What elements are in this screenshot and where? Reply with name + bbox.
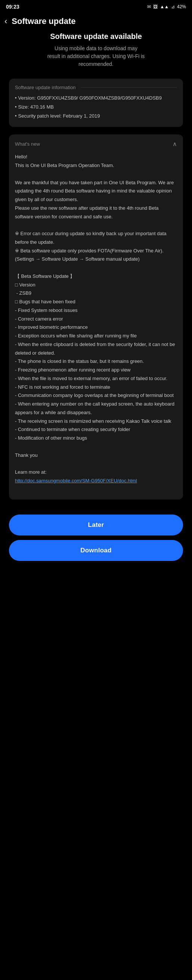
update-header: Software update available Using mobile d… <box>9 32 183 68</box>
page-title: Software update <box>12 16 76 26</box>
learn-more-link[interactable]: http://doc.samsungmobile.com/SM-G950F/XE… <box>15 478 137 484</box>
version-item: • Version: G950FXXU4ZSB9/ G950FOXM4ZSB9/… <box>15 94 177 102</box>
status-bar: 09:23 ✉ 🖼 ▲▲ ⊿ 42% <box>0 0 192 13</box>
back-icon[interactable]: ‹ <box>5 16 7 26</box>
update-title: Software update available <box>9 32 183 41</box>
main-content: Software update available Using mobile d… <box>0 32 192 500</box>
button-area: Later Download <box>0 509 192 573</box>
download-button[interactable]: Download <box>9 540 183 561</box>
status-icons: ✉ 🖼 ▲▲ ⊿ 42% <box>147 4 186 10</box>
wifi-icon: ⊿ <box>171 4 175 10</box>
status-time: 09:23 <box>6 4 19 10</box>
gallery-icon: 🖼 <box>153 4 157 10</box>
whats-new-card: What's new ∧ Hello! This is One UI Beta … <box>9 134 183 500</box>
chevron-up-icon: ∧ <box>173 140 177 148</box>
notification-icon: ✉ <box>147 4 151 10</box>
info-details: • Version: G950FXXU4ZSB9/ G950FOXM4ZSB9/… <box>15 94 177 120</box>
battery-text: 42% <box>177 4 186 10</box>
whats-new-header: What's new ∧ <box>15 140 177 148</box>
update-warning: Using mobile data to download mayresult … <box>9 45 183 68</box>
info-section-label: Software update information <box>15 84 177 90</box>
info-card: Software update information • Version: G… <box>9 79 183 127</box>
whats-new-label: What's new <box>15 141 40 147</box>
whats-new-content: Hello! This is One UI Beta Program Opera… <box>15 153 177 493</box>
top-bar: ‹ Software update <box>0 13 192 32</box>
security-item: • Security patch level: February 1, 2019 <box>15 112 177 120</box>
size-item: • Size: 470.16 MB <box>15 103 177 111</box>
signal-icon: ▲▲ <box>160 4 169 10</box>
later-button[interactable]: Later <box>9 514 183 536</box>
